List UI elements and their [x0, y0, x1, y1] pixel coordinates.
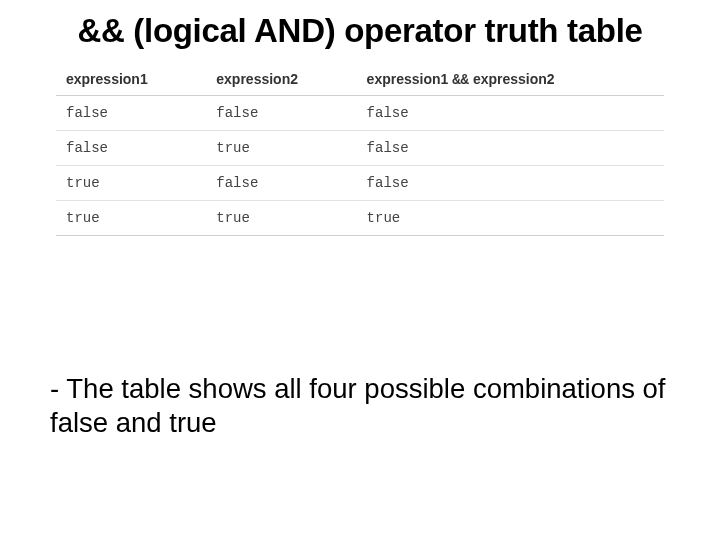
col-header-expression2: expression2 [206, 64, 356, 96]
cell-expr2: true [206, 130, 356, 165]
cell-result: false [357, 165, 664, 200]
table-row: true false false [56, 165, 664, 200]
cell-expr1: false [56, 95, 206, 130]
table-row: false true false [56, 130, 664, 165]
col-header-expression1: expression1 [56, 64, 206, 96]
cell-expr1: true [56, 200, 206, 235]
table-row: true true true [56, 200, 664, 235]
col-header-result-operator: && [452, 72, 469, 88]
cell-expr2: false [206, 165, 356, 200]
cell-expr2: true [206, 200, 356, 235]
truth-table-container: expression1 expression2 expression1 && e… [56, 64, 664, 236]
cell-result: true [357, 200, 664, 235]
cell-expr2: false [206, 95, 356, 130]
slide: && (logical AND) operator truth table ex… [0, 0, 720, 540]
cell-result: false [357, 95, 664, 130]
truth-table: expression1 expression2 expression1 && e… [56, 64, 664, 236]
page-title: && (logical AND) operator truth table [50, 12, 670, 50]
cell-expr1: false [56, 130, 206, 165]
caption-text: - The table shows all four possible comb… [50, 372, 680, 439]
table-header-row: expression1 expression2 expression1 && e… [56, 64, 664, 96]
col-header-result: expression1 && expression2 [357, 64, 664, 96]
table-row: false false false [56, 95, 664, 130]
col-header-result-left: expression1 [367, 71, 449, 87]
cell-expr1: true [56, 165, 206, 200]
cell-result: false [357, 130, 664, 165]
col-header-result-right: expression2 [473, 71, 555, 87]
